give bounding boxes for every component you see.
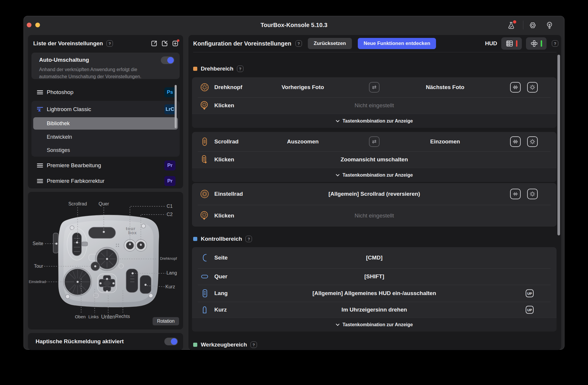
subpreset-label: Entwickeln bbox=[47, 134, 72, 140]
reset-button[interactable]: Zurücksetzen bbox=[308, 38, 352, 49]
config-row-einstellrad[interactable]: Einstellrad [Allgemein] Scrollrad (rever… bbox=[192, 183, 557, 205]
config-scrollbar[interactable] bbox=[557, 55, 560, 235]
row-value[interactable]: [CMD] bbox=[366, 255, 382, 261]
lightroom-badge: LrC bbox=[164, 104, 176, 114]
section-help-icon[interactable]: ? bbox=[250, 342, 257, 348]
row-label: Kurz bbox=[214, 307, 227, 313]
hud-help-icon[interactable]: ? bbox=[552, 40, 558, 47]
haptic-label: Haptische Rückmeldung aktiviert bbox=[36, 338, 124, 345]
device-label-drehknopf: Drehknopf bbox=[160, 257, 177, 261]
hud-dpad-icon bbox=[530, 40, 538, 47]
row-value[interactable]: Nicht eingestellt bbox=[355, 212, 394, 219]
preset-list-help-icon[interactable]: ? bbox=[106, 40, 113, 47]
config-row-seite[interactable]: Seite [CMD] bbox=[192, 247, 557, 268]
rotation-burst-icon[interactable] bbox=[527, 82, 538, 93]
config-row-kurz[interactable]: Kurz Im Uhrzeigersinn drehen UP bbox=[192, 302, 557, 318]
row-value-left[interactable]: Vorheriges Foto bbox=[282, 84, 324, 91]
device-label-einstellrad: Einstellrad bbox=[29, 280, 46, 284]
haptic-toggle[interactable] bbox=[164, 338, 178, 345]
preset-label: Photoshop bbox=[47, 89, 74, 96]
config-row-scrollrad[interactable]: Scrollrad Auszoomen Einzoomen bbox=[192, 132, 557, 151]
swap-icon[interactable] bbox=[369, 82, 380, 93]
settings-button[interactable] bbox=[527, 20, 538, 31]
auto-switch-description: Anhand der verknüpften Anwendung erfolgt… bbox=[39, 66, 166, 80]
row-value[interactable]: [SHIFT] bbox=[364, 273, 384, 280]
device-label-c2: C2 bbox=[167, 212, 173, 217]
row-value[interactable]: Im Uhrzeigersinn drehen bbox=[342, 307, 407, 313]
tips-button[interactable] bbox=[544, 20, 555, 31]
preset-label: Premiere Farbkorrektur bbox=[47, 178, 104, 184]
config-help-icon[interactable]: ? bbox=[295, 40, 302, 47]
section-color-square bbox=[193, 237, 197, 241]
row-value[interactable]: [Allgemein] Allgemeines HUD ein-/ausscha… bbox=[313, 290, 436, 297]
einstellrad-card: Einstellrad [Allgemein] Scrollrad (rever… bbox=[192, 183, 557, 227]
sidebar-item-bibliothek[interactable]: Bibliothek bbox=[33, 117, 178, 130]
preset-list-panel: Liste der Voreinstellungen ? bbox=[28, 35, 183, 188]
shortcut-display-expander[interactable]: Tastenkombination zur Anzeige bbox=[192, 318, 557, 332]
rotation-button[interactable]: Rotation bbox=[153, 317, 179, 325]
discover-button[interactable]: Neue Funktionen entdecken bbox=[358, 38, 436, 49]
device-label-c1: C1 bbox=[167, 204, 173, 209]
row-value-right[interactable]: Nächstes Foto bbox=[426, 84, 465, 91]
row-label: Klicken bbox=[214, 212, 234, 219]
config-row-scrollrad-klicken[interactable]: Klicken Zoomansicht umschalten bbox=[192, 151, 557, 168]
row-value-right[interactable]: Einzoomen bbox=[430, 138, 460, 145]
titlebar: TourBox-Konsole 5.10.3 bbox=[24, 16, 564, 34]
device-label-scrollrad: Scrollrad bbox=[68, 201, 87, 207]
hud-label: HUD bbox=[485, 40, 497, 47]
swap-icon[interactable] bbox=[369, 136, 380, 147]
chevron-down-icon bbox=[336, 120, 340, 122]
config-row-drehknopf-klicken[interactable]: Klicken Nicht eingestellt bbox=[192, 97, 557, 114]
section-help-icon[interactable]: ? bbox=[237, 66, 243, 72]
row-label: Lang bbox=[214, 290, 228, 297]
sidebar-item-sonstiges[interactable]: Sonstiges bbox=[33, 144, 178, 156]
device-label-tour: Tour bbox=[34, 264, 43, 269]
export-preset-button[interactable] bbox=[150, 40, 158, 47]
rotation-burst-icon[interactable] bbox=[527, 189, 538, 199]
sidebar-item-lightroom-classic[interactable]: Lightroom Classic LrC bbox=[31, 103, 180, 116]
section-kontrollbereich: Kontrollbereich ? bbox=[193, 235, 252, 242]
sidebar-item-entwickeln[interactable]: Entwickeln bbox=[33, 131, 178, 143]
hud-display-icon[interactable] bbox=[510, 82, 521, 93]
shortcut-display-expander[interactable]: Tastenkombination zur Anzeige bbox=[192, 114, 557, 128]
row-value[interactable]: Nicht eingestellt bbox=[355, 102, 394, 109]
sidebar-item-premiere-farbkorrektur[interactable]: Premiere Farbkorrektur Pr bbox=[31, 175, 180, 188]
expander-label: Tastenkombination zur Anzeige bbox=[343, 118, 413, 124]
section-color-square bbox=[193, 67, 197, 71]
config-panel: Konfiguration der Voreinstellungen ? Zur… bbox=[188, 35, 561, 350]
sidebar-item-premiere-bearbeitung[interactable]: Premiere Bearbeitung Pr bbox=[31, 159, 180, 172]
add-preset-button[interactable] bbox=[171, 40, 179, 47]
import-preset-button[interactable] bbox=[161, 40, 168, 47]
hud-display-icon[interactable] bbox=[510, 189, 521, 199]
config-row-lang[interactable]: Lang [Allgemein] Allgemeines HUD ein-/au… bbox=[192, 285, 557, 302]
row-value-left[interactable]: Auszoomen bbox=[287, 138, 319, 145]
config-row-einstellrad-klicken[interactable]: Klicken Nicht eingestellt bbox=[192, 205, 557, 227]
auto-switch-toggle[interactable] bbox=[161, 56, 174, 64]
row-label: Scrollrad bbox=[214, 138, 238, 145]
section-label: Kontrollbereich bbox=[201, 236, 242, 242]
auto-switch-label: Auto-Umschaltung bbox=[39, 57, 89, 63]
config-row-quer[interactable]: Quer [SHIFT] bbox=[192, 268, 557, 285]
hud-dpad-toggle-button[interactable] bbox=[526, 37, 547, 50]
preset-list-scrollbar[interactable] bbox=[175, 85, 177, 128]
sidebar-item-photoshop[interactable]: Photoshop Ps bbox=[31, 86, 180, 99]
hud-list-toggle-button[interactable] bbox=[501, 37, 522, 50]
lightbulb-icon bbox=[545, 21, 554, 29]
scrollrad-icon bbox=[200, 137, 210, 147]
einstellrad-click-icon bbox=[200, 211, 210, 221]
hud-display-icon[interactable] bbox=[510, 136, 521, 147]
section-color-square bbox=[193, 343, 197, 347]
row-label: Einstellrad bbox=[214, 191, 243, 197]
shortcut-display-expander[interactable]: Tastenkombination zur Anzeige bbox=[192, 168, 557, 182]
premiere-badge: Pr bbox=[164, 160, 176, 170]
row-value[interactable]: Zoomansicht umschalten bbox=[340, 156, 408, 163]
drehknopf-click-icon bbox=[200, 101, 210, 111]
beta-flask-button[interactable] bbox=[506, 20, 517, 31]
import-icon bbox=[161, 40, 168, 47]
section-help-icon[interactable]: ? bbox=[245, 236, 252, 242]
config-row-drehknopf[interactable]: Drehknopf Vorheriges Foto Nächstes Foto bbox=[192, 77, 557, 97]
window-title: TourBox-Konsole 5.10.3 bbox=[24, 22, 564, 29]
row-value[interactable]: [Allgemein] Scrollrad (reversieren) bbox=[328, 191, 420, 197]
active-preset-icon bbox=[37, 106, 43, 112]
rotation-burst-icon[interactable] bbox=[527, 136, 538, 147]
